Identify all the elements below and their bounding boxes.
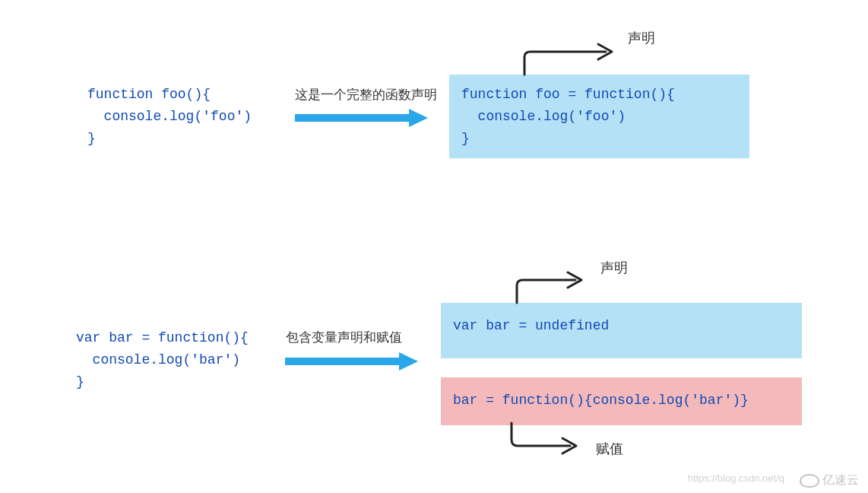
svg-marker-3 [399, 352, 418, 371]
arrow-right-icon [295, 107, 428, 129]
watermark-url: https://blog.csdn.net/q [688, 472, 784, 484]
svg-marker-1 [409, 109, 428, 127]
watermark-brand: 亿速云 [822, 472, 859, 488]
sketch-arrow-up-icon [511, 253, 610, 306]
code-left-bar: var bar = function(){ console.log('bar')… [76, 327, 249, 393]
sketch-arrow-down-icon [505, 421, 604, 467]
watermark-logo: 亿速云 [800, 472, 859, 488]
box-bar-decl: var bar = undefined [441, 303, 802, 358]
label-shengming-2: 声明 [600, 259, 628, 277]
annotation-foo: 这是一个完整的函数声明 [295, 86, 437, 103]
code-bar-assign: bar = function(){console.log('bar')} [453, 390, 790, 412]
code-left-foo: function foo(){ console.log('foo') } [87, 84, 252, 149]
sketch-arrow-up-icon [518, 23, 640, 76]
box-bar-assign: bar = function(){console.log('bar')} [441, 377, 802, 425]
cloud-icon [800, 474, 819, 488]
code-right-foo: function foo = function(){ console.log('… [461, 84, 737, 149]
label-fuzhi: 赋值 [596, 440, 623, 458]
label-shengming-1: 声明 [628, 29, 655, 47]
annotation-bar: 包含变量声明和赋值 [286, 329, 402, 346]
arrow-right-icon [285, 350, 418, 373]
code-bar-decl: var bar = undefined [453, 315, 790, 337]
box-foo-result: function foo = function(){ console.log('… [449, 75, 749, 158]
